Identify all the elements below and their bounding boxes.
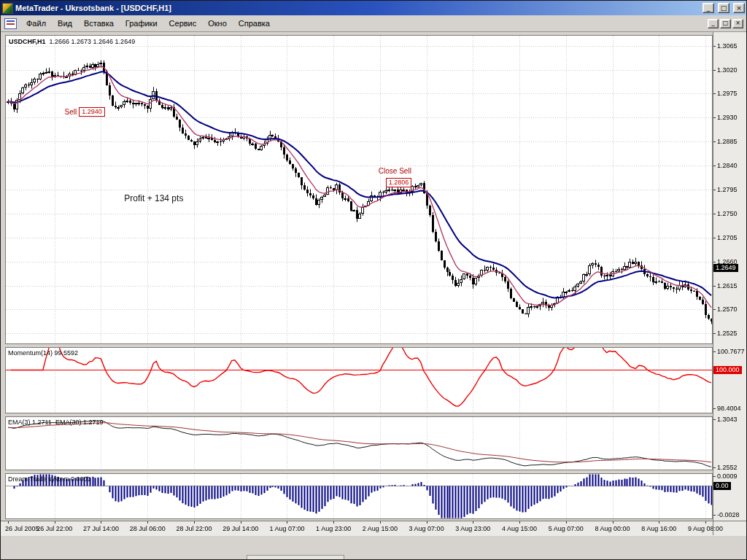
price-axis-tick: 1.2660 (717, 258, 738, 265)
price-axis-tick: 1.2615 (717, 282, 738, 289)
ema-axis-tick: 1.2552 (717, 464, 738, 471)
close-sell-label: Close Sell (379, 167, 411, 176)
histogram-zero-badge: 0.00 (713, 482, 731, 490)
ema-fast-label: EMA(3) 1.2711 (8, 419, 52, 426)
close-sell-trade-marker[interactable]: Close Sell 1.2806 (379, 167, 412, 187)
sell-label: Sell (64, 108, 77, 117)
time-axis-label: 29 Jul 14:00 (222, 525, 258, 532)
menu-file[interactable]: Файл (20, 17, 52, 30)
menu-service[interactable]: Сервис (163, 17, 203, 30)
histogram-axis-tick: 0.0009 (717, 472, 738, 480)
time-axis-label: 3 Aug 07:00 (409, 525, 444, 532)
histogram-axis-tick: -0.0028 (717, 511, 740, 518)
close-sell-price-box: 1.2806 (386, 178, 412, 187)
price-axis-tick: 1.3065 (717, 42, 738, 50)
price-axis-tick: 1.2750 (717, 210, 738, 217)
window-close-button[interactable]: × (733, 3, 745, 13)
menu-items: ФайлВидВставкаГрафикиСервисОкноСправка (20, 17, 276, 30)
time-axis-label: 26 Jul 2005 (5, 525, 39, 532)
time-axis-label: 2 Aug 15:00 (363, 525, 398, 532)
metatrader-window: MetaTrader - Ukrsotsbank - [USDCHF,H1] _… (0, 0, 747, 560)
ema-indicator-label: EMA(3) 1.2711 EMA(30) 1.2719 (8, 419, 103, 426)
price-axis-tick: 1.2570 (717, 306, 738, 313)
chart-minimize-button[interactable]: _ (708, 19, 719, 28)
time-axis-label: 8 Aug 00:00 (595, 525, 630, 532)
price-axis-tick: 1.2840 (717, 162, 738, 169)
price-axis-tick: 1.2975 (717, 90, 738, 97)
background-window-fragment (247, 555, 344, 559)
sell-price-box: 1.2940 (79, 107, 105, 117)
window-restore-button[interactable]: □ (718, 3, 729, 13)
time-axis-label: 3 Aug 23:00 (455, 525, 490, 532)
time-axis-label: 8 Aug 16:00 (641, 525, 676, 532)
time-axis-label: 28 Jul 22:00 (176, 525, 212, 532)
momentum-indicator-label: Momentum(14) 99.5592 (8, 349, 78, 357)
ohlc-values: 1.2666 1.2673 1.2646 1.2649 (50, 38, 136, 45)
menu-charts[interactable]: Графики (120, 17, 163, 30)
chart-document-icon (4, 18, 17, 29)
profit-annotation: Profit + 134 pts (124, 193, 183, 203)
chart-restore-button[interactable]: □ (720, 19, 731, 28)
momentum-level-badge: 100.000 (713, 366, 742, 374)
time-axis-label: 1 Aug 07:00 (269, 525, 304, 532)
price-axis-tick: 1.2705 (717, 234, 738, 241)
menu-help[interactable]: Справка (233, 17, 276, 30)
menu-window[interactable]: Окно (202, 17, 233, 30)
mdi-window-controls: _ □ × (706, 19, 743, 28)
time-axis-label: 1 Aug 23:00 (316, 525, 351, 532)
ema-axis-tick: 1.3043 (717, 416, 738, 423)
symbol-name: USDCHF,H1 (9, 38, 46, 45)
time-axis-label: 9 Aug 08:00 (688, 525, 723, 532)
histogram-indicator-label: Dream Trade system 0.0001 (8, 475, 91, 483)
chart-close-button[interactable]: × (732, 19, 743, 28)
symbol-ohlc-label: USDCHF,H1 1.2666 1.2673 1.2646 1.2649 (9, 38, 135, 45)
price-axis-tick: 1.2795 (717, 186, 738, 193)
menubar: ФайлВидВставкаГрафикиСервисОкноСправка _… (1, 15, 746, 32)
titlebar[interactable]: MetaTrader - Ukrsotsbank - [USDCHF,H1] _… (1, 1, 746, 15)
window-title: MetaTrader - Ukrsotsbank - [USDCHF,H1] (15, 4, 699, 12)
price-axis-tick: 1.2930 (717, 114, 738, 121)
time-axis-label: 28 Jul 06:00 (130, 525, 166, 532)
ema-slow-label: EMA(30) 1.2719 (55, 419, 104, 426)
metatrader-app-icon (2, 3, 13, 14)
time-axis-label: 27 Jul 14:00 (83, 525, 119, 532)
time-axis-label: 5 Aug 07:00 (549, 525, 584, 532)
price-axis-tick: 1.2885 (717, 138, 738, 145)
menu-view[interactable]: Вид (52, 17, 78, 30)
sell-trade-marker[interactable]: Sell 1.2940 (64, 107, 104, 117)
price-axis-tick: 1.3020 (717, 66, 738, 74)
time-axis-label: 26 Jul 22:00 (36, 525, 72, 532)
menu-insert[interactable]: Вставка (78, 17, 120, 30)
chart-labels-layer: USDCHF,H1 1.2666 1.2673 1.2646 1.2649 Se… (1, 32, 746, 559)
momentum-axis-tick: 98.4004 (717, 405, 741, 412)
time-axis-label: 4 Aug 15:00 (502, 525, 537, 532)
chart-workspace: USDCHF,H1 1.2666 1.2673 1.2646 1.2649 Se… (1, 32, 746, 559)
window-minimize-button[interactable]: _ (703, 3, 714, 13)
price-axis-tick: 1.2525 (717, 330, 738, 337)
momentum-axis-tick: 100.7677 (717, 348, 745, 355)
